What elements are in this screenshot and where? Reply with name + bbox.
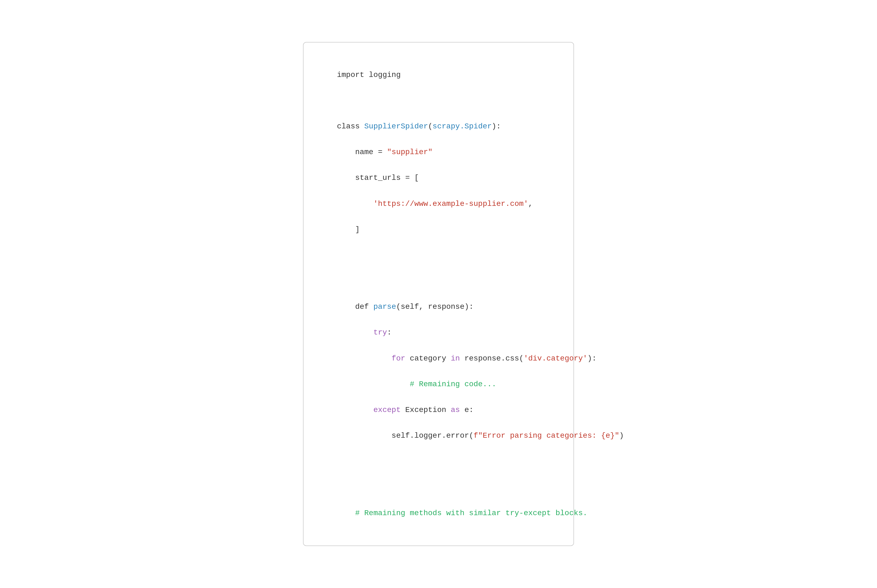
class-declaration: class SupplierSpider(scrapy.Spider): <box>337 122 501 130</box>
logger-error: self.logger.error(f"Error parsing catego… <box>337 432 624 440</box>
name-assignment: name = "supplier" <box>337 148 433 156</box>
code-block: import logging class SupplierSpider(scra… <box>319 56 558 532</box>
code-container: import logging class SupplierSpider(scra… <box>303 42 574 546</box>
try-block: try: <box>337 328 392 337</box>
import-statement: import logging <box>337 71 400 79</box>
start-urls-assignment: start_urls = [ <box>337 174 419 182</box>
list-close: ] <box>337 225 360 234</box>
remaining-code-comment: # Remaining code... <box>337 380 496 388</box>
def-parse: def parse(self, response): <box>337 303 474 311</box>
remaining-methods-comment: # Remaining methods with similar try-exc… <box>337 509 587 517</box>
url-value: 'https://www.example-supplier.com', <box>337 200 533 208</box>
except-block: except Exception as e: <box>337 406 474 414</box>
for-loop: for category in response.css('div.catego… <box>337 354 597 363</box>
